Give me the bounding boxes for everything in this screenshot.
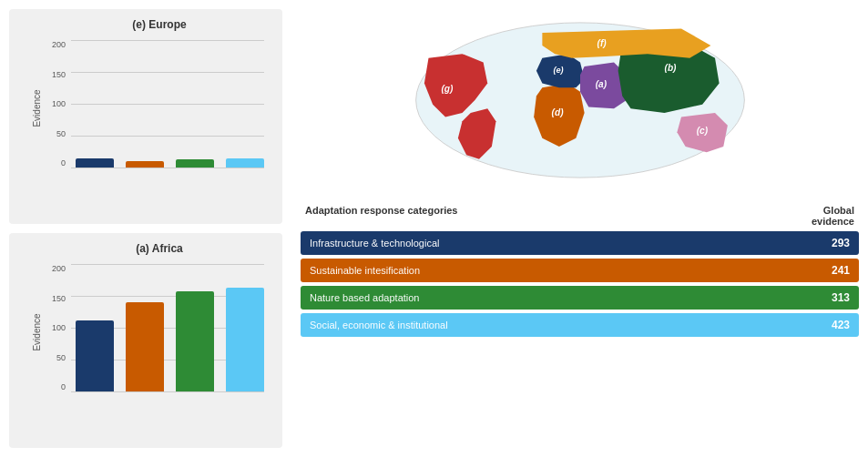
legend-global-header: Globalevidence [812,205,854,227]
legend-label-sustainable: Sustainable intesification [310,265,420,276]
africa-y-label: Evidence [32,313,42,350]
legend-count-infrastructure: 293 [832,237,850,249]
region-d-label: (d) [551,107,564,117]
right-panel: (g) (d) (e) (a) (b) (f) [282,9,859,448]
europe-bar-4 [226,158,264,168]
legend-count-social: 423 [832,319,850,331]
africa-bar-1 [76,320,114,391]
world-map: (g) (d) (e) (a) (b) (f) [412,14,749,187]
legend-label-nature: Nature based adaptation [310,292,419,303]
legend-header: Adaptation response categories Globalevi… [301,205,859,231]
europe-ytick-50: 50 [46,129,66,138]
legend-label-infrastructure: Infrastructure & technological [310,238,439,249]
africa-chart: (a) Africa Evidence 0 50 100 150 200 [9,233,282,448]
legend-row-nature: Nature based adaptation 313 [301,286,859,310]
legend-count-sustainable: 241 [832,264,850,277]
africa-ytick-100: 100 [46,323,66,332]
legend-category-header: Adaptation response categories [305,205,458,227]
region-e-label: (e) [553,66,563,75]
left-panel: (e) Europe Evidence 0 50 100 150 200 [9,9,282,448]
region-a-label: (a) [595,79,607,89]
africa-bar-2 [126,302,164,391]
africa-ytick-200: 200 [46,264,66,273]
europe-ytick-150: 150 [46,70,66,79]
legend-label-social: Social, economic & institutional [310,320,448,330]
europe-ytick-0: 0 [46,158,66,168]
legend-count-nature: 313 [832,291,850,304]
africa-ytick-150: 150 [46,294,66,303]
legend-area: Adaptation response categories Globalevi… [301,200,859,448]
legend-row-infrastructure: Infrastructure & technological 293 [301,231,859,255]
europe-bar-2 [126,161,164,168]
europe-bar-1 [76,158,114,168]
legend-row-sustainable: Sustainable intesification 241 [301,259,859,282]
legend-row-social: Social, economic & institutional 423 [301,313,859,337]
region-f [542,28,710,57]
europe-chart-title: (e) Europe [46,18,273,31]
africa-bar-3 [176,291,214,391]
africa-ytick-50: 50 [46,353,66,362]
europe-bar-3 [176,159,214,168]
region-b-label: (b) [664,63,677,73]
region-f-label: (f) [597,38,607,48]
africa-bar-4 [226,288,264,391]
africa-chart-title: (a) Africa [46,242,273,255]
world-map-area: (g) (d) (e) (a) (b) (f) [301,9,859,191]
europe-ytick-200: 200 [46,40,66,49]
africa-ytick-0: 0 [46,382,66,391]
europe-chart: (e) Europe Evidence 0 50 100 150 200 [9,9,282,224]
region-c-label: (c) [696,126,708,136]
europe-y-label: Evidence [32,89,42,127]
region-g-label: (g) [441,84,454,94]
europe-ytick-100: 100 [46,99,66,108]
